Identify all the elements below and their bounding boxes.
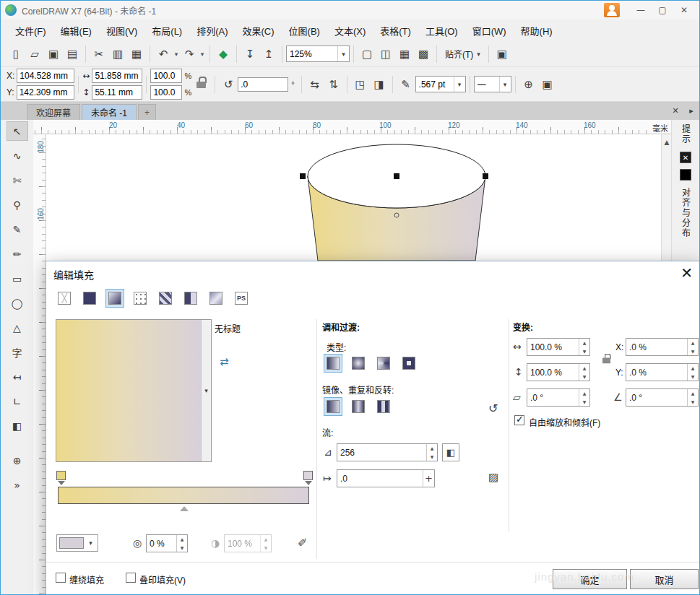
ok-button[interactable]: 确定 (553, 569, 627, 589)
close-document-icon[interactable]: ✕ (667, 103, 683, 119)
fill-width-input[interactable] (527, 339, 579, 355)
spinner-arrows[interactable]: ▲▼ (687, 364, 698, 381)
linear-gradient-button[interactable] (324, 354, 342, 373)
y-position-input[interactable] (17, 85, 74, 100)
cut-icon[interactable]: ✂ (90, 45, 108, 64)
close-button[interactable]: ✕ (673, 3, 695, 17)
stop-color-picker[interactable]: ▾ (56, 534, 98, 552)
undo-icon[interactable]: ↶ (154, 45, 173, 64)
docker-tab-align-distribute[interactable]: 对齐与分布 (680, 183, 692, 243)
zoom-tool[interactable]: ⚲ (7, 195, 28, 214)
rotation-angle-input[interactable] (238, 77, 288, 92)
dialog-close-icon[interactable]: ✕ (680, 264, 693, 282)
snap-options-icon[interactable]: ▩ (414, 45, 433, 64)
spinner-arrows[interactable]: ▲▼ (579, 339, 589, 355)
more-options-icon[interactable]: ▣ (538, 75, 557, 94)
pick-tool[interactable]: ↖ (7, 121, 28, 141)
polygon-tool[interactable]: △ (7, 318, 28, 337)
elliptical-gradient-button[interactable] (349, 354, 368, 373)
spinner-arrows[interactable]: ▲▼ (176, 535, 187, 552)
cancel-button[interactable]: 取消 (630, 569, 699, 589)
fill-x-spinner[interactable]: ▲▼ (626, 338, 699, 356)
plus-icon[interactable]: + (423, 470, 434, 487)
application-launcher-icon[interactable]: ◆ (214, 45, 233, 64)
menu-table[interactable]: 表格(T) (373, 20, 418, 41)
gradient-midpoint-handle[interactable] (180, 506, 189, 511)
x-position-input[interactable] (17, 69, 74, 83)
free-scale-checkbox[interactable] (514, 415, 524, 425)
vector-pattern-fill-button[interactable] (131, 289, 150, 308)
user-account-icon[interactable] (604, 3, 620, 17)
flip-horizontal-icon[interactable]: ⇆ (306, 75, 324, 94)
add-tool-button[interactable]: ⊕ (7, 451, 28, 470)
selection-handle-right[interactable] (483, 173, 488, 179)
chevron-down-icon[interactable]: ▾ (454, 77, 465, 92)
selection-handle-center[interactable] (394, 173, 399, 179)
interactive-fill-tool[interactable]: ◧ (7, 416, 28, 435)
transform-lock-icon[interactable] (602, 356, 611, 365)
acceleration-input[interactable] (337, 470, 423, 487)
show-grid-icon[interactable]: ▦ (395, 45, 414, 64)
stop-position-spinner[interactable]: ▲▼ (146, 534, 188, 552)
line-style-input[interactable] (475, 77, 499, 92)
options-dialog-icon[interactable]: ▣ (493, 45, 511, 64)
default-fill-button[interactable] (324, 397, 342, 416)
selection-handle-left[interactable] (300, 173, 306, 179)
export-icon[interactable]: ↥ (259, 45, 278, 64)
fill-height-spinner[interactable]: ▲▼ (527, 363, 590, 381)
dimension-tool[interactable]: ↤ (7, 367, 28, 386)
snap-to-button[interactable]: 贴齐(T) ▾ (441, 45, 485, 63)
no-fill-button[interactable]: ╳ (55, 289, 74, 308)
shape-tool[interactable]: ∿ (7, 146, 28, 165)
tab-untitled-document[interactable]: 未命名 -1 (82, 104, 137, 120)
menu-tools[interactable]: 工具(O) (418, 20, 465, 41)
rectangle-tool[interactable]: ▭ (7, 269, 28, 288)
menu-view[interactable]: 视图(V) (99, 20, 144, 41)
maximize-button[interactable]: ▢ (652, 3, 673, 17)
vertical-ruler[interactable]: 180 160 (33, 134, 46, 594)
postscript-fill-button[interactable]: PS (232, 289, 251, 308)
skew-input[interactable] (527, 389, 579, 406)
stop-position-input[interactable] (147, 535, 176, 552)
rectangular-gradient-button[interactable] (399, 354, 418, 373)
gradient-preview-bar[interactable] (58, 487, 309, 504)
wrap-text-icon[interactable]: ◳ (351, 75, 370, 94)
repeat-fill-button[interactable] (374, 397, 393, 416)
menu-text[interactable]: 文本(X) (327, 20, 373, 41)
fill-x-input[interactable] (626, 339, 687, 355)
smooth-blend-icon[interactable]: ▨ (488, 471, 498, 484)
artistic-media-tool[interactable]: ✏ (7, 244, 28, 264)
two-color-pattern-fill-button[interactable] (181, 289, 200, 308)
fountain-fill-button[interactable] (105, 289, 124, 308)
repeat-mirror-button[interactable] (349, 397, 368, 416)
spinner-arrows[interactable]: ▲▼ (687, 389, 698, 406)
acceleration-spinner[interactable]: + (337, 469, 435, 487)
menu-window[interactable]: 窗口(W) (465, 20, 514, 41)
fill-preview-picker[interactable]: ▾ (56, 319, 212, 462)
scale-x-input[interactable] (150, 69, 182, 83)
steps-lock-button[interactable]: ◧ (442, 443, 459, 461)
texture-fill-button[interactable] (207, 289, 225, 308)
lock-ratio-icon[interactable] (196, 79, 207, 90)
undo-dropdown-icon[interactable]: ▾ (173, 45, 180, 64)
menu-arrange[interactable]: 排列(A) (189, 20, 235, 41)
object-height-input[interactable] (92, 85, 142, 100)
redo-dropdown-icon[interactable]: ▾ (199, 45, 206, 64)
conical-gradient-button[interactable] (374, 354, 393, 373)
open-icon[interactable]: ▱ (25, 45, 44, 64)
black-color-well[interactable] (680, 169, 691, 181)
menu-effects[interactable]: 效果(C) (236, 20, 282, 41)
spinner-arrows[interactable]: ▲▼ (426, 444, 437, 461)
menu-bitmaps[interactable]: 位图(B) (282, 20, 327, 41)
gradient-stop-start[interactable] (56, 471, 66, 480)
text-tool[interactable]: 字 (7, 342, 28, 362)
fill-height-input[interactable] (527, 364, 579, 381)
menu-file[interactable]: 文件(F) (8, 20, 53, 41)
rotate-spinner[interactable]: ▲▼ (626, 388, 699, 407)
uniform-fill-button[interactable] (80, 289, 99, 308)
scroll-up-icon[interactable]: ▲ (662, 139, 672, 146)
zoom-level-combo[interactable]: ▾ (286, 45, 350, 62)
spinner-arrows[interactable]: ▲▼ (579, 364, 589, 381)
overprint-fill-checkbox[interactable] (126, 573, 136, 583)
tab-welcome-screen[interactable]: 欢迎屏幕 (27, 104, 80, 120)
